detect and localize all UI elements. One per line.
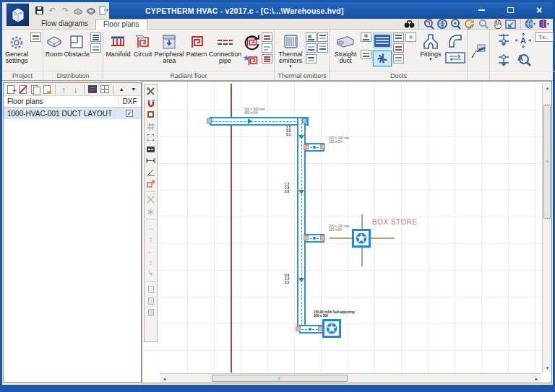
expand-button[interactable]: ▼ (129, 84, 139, 95)
delete-floor-plan-button[interactable] (18, 84, 29, 95)
export-button[interactable]: ▼ (98, 5, 109, 16)
fan-tool-button[interactable] (373, 51, 392, 66)
move-right-button[interactable]: → (145, 222, 156, 232)
fullscreen-button[interactable] (505, 18, 517, 30)
pattern-button[interactable]: Pattern (184, 31, 208, 58)
zoom-window-button[interactable] (423, 18, 434, 30)
regenerate-circuit-button[interactable] (242, 53, 261, 69)
vertical-scroll-thumb[interactable]: ≡ (543, 105, 551, 219)
branch-button[interactable]: ↳ (145, 268, 156, 279)
fan-unit-box-store[interactable] (352, 229, 371, 248)
copy-floor-plan-button[interactable] (30, 84, 40, 95)
horizontal-scroll-thumb[interactable]: ≡ (212, 375, 348, 382)
duct-image-icon[interactable] (361, 50, 371, 59)
scroll-right-button[interactable]: ► (532, 374, 541, 383)
pan-button[interactable] (491, 18, 503, 30)
scroll-up-button[interactable]: ▲ (543, 83, 552, 92)
collapse-button[interactable]: ▲ (116, 84, 127, 95)
manifold-button[interactable]: Manifold (105, 31, 132, 58)
selection-box-button[interactable] (145, 132, 156, 143)
undo-button[interactable]: ↶ (47, 5, 58, 16)
extend-button[interactable]: ∗ (145, 206, 156, 217)
plot-button[interactable] (85, 5, 96, 16)
thermal-emitters-button[interactable]: Thermal emitters ▼ (276, 31, 305, 69)
minimize-button[interactable] (472, 4, 491, 16)
stretch-button[interactable]: ↕ (145, 256, 156, 267)
edit-project-icon[interactable] (30, 32, 41, 42)
duct-grip-selected[interactable] (320, 144, 325, 149)
vertical-scrollbar[interactable]: ▲ ≡ ▼ (542, 83, 551, 373)
duct-damper-icon[interactable] (393, 43, 404, 53)
room-button[interactable]: Room (45, 31, 63, 58)
duct-grip-selected[interactable] (304, 235, 309, 240)
emitter-view-icon[interactable] (317, 43, 328, 53)
dxf-layers-button[interactable] (100, 84, 111, 95)
circuit-button[interactable]: Circuit (132, 31, 154, 58)
tab-floor-plans[interactable]: Floor plans (95, 19, 147, 30)
dxf-checkbox[interactable]: ✓ (126, 110, 133, 117)
emitter-info-icon[interactable] (306, 54, 317, 64)
general-settings-button[interactable]: General settings (4, 31, 30, 65)
app-logo[interactable] (7, 4, 29, 26)
search-button[interactable] (403, 18, 415, 30)
room-table-icon[interactable] (90, 32, 101, 42)
duct-stamp-icon[interactable] (361, 32, 371, 42)
grid-button[interactable] (145, 121, 156, 131)
layer2-button[interactable] (145, 295, 156, 306)
fan-unit-bottom[interactable] (322, 319, 341, 338)
emitter-edit-icon[interactable] (306, 43, 317, 53)
scroll-down-button[interactable]: ▼ (543, 363, 552, 373)
coordinates-button[interactable] (145, 144, 156, 154)
duct-main-horizontal[interactable] (210, 117, 309, 126)
emitter-table-icon[interactable] (317, 32, 328, 42)
duct-options-icon[interactable] (405, 32, 416, 42)
layer1-button[interactable] (145, 284, 156, 295)
maximize-button[interactable] (501, 4, 520, 16)
straight-duct-button[interactable]: Straight duct (332, 31, 359, 65)
rotate-circuit-button[interactable] (242, 32, 261, 51)
move-down-button[interactable]: ↓ (71, 84, 82, 95)
connection-pipe-button[interactable]: Connection pipe (208, 31, 241, 65)
duct-accessory-icon[interactable] (393, 32, 404, 42)
fittings-button[interactable]: Fittings ▼ (418, 31, 444, 61)
tab-flow-diagrams[interactable]: Flow diagrams (34, 19, 95, 30)
grille-tool-button[interactable] (373, 32, 392, 48)
dimension-down-button[interactable] (496, 32, 512, 48)
redo-button[interactable]: ↷ (60, 5, 71, 16)
layer3-button[interactable] (145, 307, 156, 318)
angle-button[interactable] (145, 167, 156, 178)
help-button[interactable]: ▼ (538, 18, 550, 30)
scroll-left-button[interactable]: ◄ (160, 374, 169, 383)
add-floor-plan-button[interactable]: + (6, 84, 17, 95)
reverse-flow-button[interactable] (445, 52, 465, 64)
copy-emitter-icon[interactable] (306, 32, 317, 42)
floor-plan-row[interactable]: 1000-HVAC-001 DUCT LAYOUT ✓ (4, 108, 141, 119)
ortho-button[interactable] (145, 109, 156, 120)
duct-grip-selected[interactable] (304, 144, 309, 149)
zoom-previous-button[interactable] (450, 18, 462, 30)
duct-grip-selected[interactable] (320, 235, 325, 240)
duct-grip[interactable] (207, 118, 212, 123)
trim-button[interactable] (145, 194, 156, 205)
find-text-button[interactable]: A (515, 51, 532, 67)
circuit-lengths-icon[interactable] (262, 43, 272, 53)
measure-button[interactable] (145, 155, 156, 166)
print-drawing-button[interactable] (72, 5, 83, 16)
obstacle-button[interactable]: Obstacle (64, 31, 90, 58)
edit-floor-plan-button[interactable] (42, 84, 53, 95)
circuit-list-icon[interactable] (262, 32, 272, 42)
duct-bend-button[interactable] (447, 32, 464, 48)
circuit-report-icon[interactable] (262, 54, 272, 64)
move-vertical-button[interactable]: ↕ (145, 233, 156, 244)
zoom-realtime-button[interactable] (478, 18, 489, 30)
online-resources-button[interactable]: ▼ (525, 18, 536, 30)
zoom-extents-button[interactable] (436, 18, 448, 30)
move-up-button[interactable]: ↑ (59, 84, 69, 95)
duct-grip[interactable] (302, 118, 307, 123)
object-snap-button[interactable] (145, 178, 156, 189)
tools-button[interactable] (145, 86, 156, 97)
move-left-button[interactable]: ← (145, 245, 156, 256)
duct-grip-selected[interactable] (296, 326, 301, 331)
dxf-templates-button[interactable] (87, 84, 98, 95)
redraw-button[interactable] (464, 18, 476, 30)
